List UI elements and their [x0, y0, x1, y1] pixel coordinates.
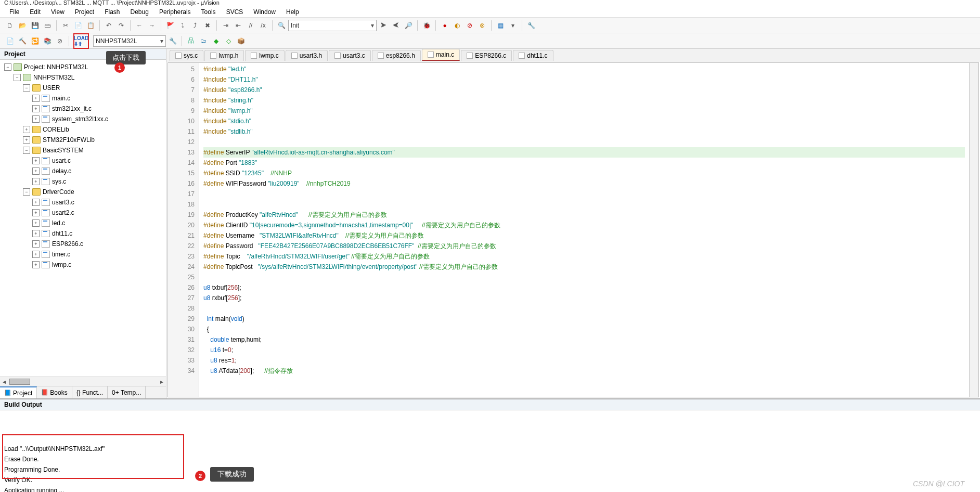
tab-usart3-c[interactable]: usart3.c — [329, 50, 371, 61]
breakpoint-kill-all-icon[interactable]: ⊗ — [476, 20, 488, 31]
tree-group-stm32f10xfwlib[interactable]: +STM32F10xFWLib — [0, 135, 166, 145]
tree-file-delay-c[interactable]: +delay.c — [0, 166, 166, 176]
save-all-icon[interactable]: 🗃 — [42, 20, 53, 31]
outdent-icon[interactable]: ⇤ — [233, 20, 244, 31]
tab-ESP8266-c[interactable]: ESP8266.c — [461, 50, 512, 61]
incremental-find-icon[interactable]: 🔎 — [403, 20, 414, 31]
annotation-tip-1: 点击下载 — [106, 51, 146, 64]
tab-lwmp-h[interactable]: lwmp.h — [204, 50, 244, 61]
tree-file-led-c[interactable]: +led.c — [0, 218, 166, 228]
code-editor[interactable]: 5678910111213141516171819202122232425262… — [167, 62, 979, 397]
bookmark-next-icon[interactable]: ⤵ — [177, 20, 188, 31]
window-icon[interactable]: ▦ — [495, 20, 506, 31]
menu-help[interactable]: Help — [281, 8, 304, 16]
find-icon[interactable]: 🔍 — [276, 20, 287, 31]
menu-flash[interactable]: Flash — [99, 8, 125, 16]
sidebar-tab-books[interactable]: 📕 Books — [37, 386, 72, 398]
comment-icon[interactable]: // — [245, 20, 256, 31]
menu-svcs[interactable]: SVCS — [221, 8, 249, 16]
tree-file-stm32l1xx_it-c[interactable]: +stm32l1xx_it.c — [0, 103, 166, 114]
menu-debug[interactable]: Debug — [125, 8, 154, 16]
menu-edit[interactable]: Edit — [24, 8, 46, 16]
tab-main-c[interactable]: main.c — [422, 49, 460, 61]
tree-file-lwmp-c[interactable]: +lwmp.c — [0, 260, 166, 270]
tree-group-user[interactable]: −USER — [0, 83, 166, 93]
editor-vscroll[interactable] — [969, 63, 978, 397]
find-combo[interactable]: Init▾ — [288, 20, 377, 31]
debug-icon[interactable]: 🐞 — [421, 20, 432, 31]
tree-file-usart-c[interactable]: +usart.c — [0, 156, 166, 166]
copy-icon[interactable]: 📄 — [72, 20, 84, 31]
bookmark-clear-icon[interactable]: ✖ — [202, 20, 213, 31]
scroll-thumb[interactable] — [9, 379, 30, 385]
tab-lwmp-c[interactable]: lwmp.c — [245, 50, 284, 61]
toolbox-icon[interactable]: ▾ — [507, 20, 519, 31]
scroll-right-icon[interactable]: ▸ — [158, 378, 166, 385]
sidebar-tab-functions[interactable]: {} Funct... — [72, 386, 108, 398]
translate-icon[interactable]: 📄 — [4, 35, 16, 47]
new-file-icon[interactable]: 🗋 — [4, 20, 16, 31]
redo-icon[interactable]: ↷ — [115, 20, 127, 31]
annotation-tip-2: 下载成功 — [210, 467, 254, 482]
menu-tools[interactable]: Tools — [196, 8, 221, 16]
tree-file-sys-c[interactable]: +sys.c — [0, 176, 166, 187]
tab-usart3-h[interactable]: usart3.h — [286, 50, 328, 61]
tree-file-usart2-c[interactable]: +usart2.c — [0, 208, 166, 218]
menu-window[interactable]: Window — [248, 8, 281, 16]
target-options-icon[interactable]: 🔧 — [167, 35, 178, 47]
configure-icon[interactable]: 🔧 — [525, 20, 537, 31]
tab-sys-c[interactable]: sys.c — [170, 50, 203, 61]
nav-back-icon[interactable]: ← — [134, 20, 145, 31]
project-tree[interactable]: −Project: NNHPSTM32L−NNHPSTM32L−USER+mai… — [0, 60, 166, 377]
select-packs-icon[interactable]: ◇ — [223, 35, 234, 47]
file-ext-icon[interactable]: 🗂 — [198, 35, 209, 47]
indent-icon[interactable]: ⇥ — [220, 20, 231, 31]
menu-file[interactable]: File — [4, 8, 24, 16]
find-next-icon[interactable]: ⮞ — [378, 20, 389, 31]
code-content[interactable]: #include "led.h"#include "DHT11.h"#inclu… — [199, 63, 969, 397]
manage-rte-icon[interactable]: ◆ — [210, 35, 222, 47]
tab-esp8266-h[interactable]: esp8266.h — [372, 50, 421, 61]
download-button[interactable]: LOAD⬇⬆ — [73, 33, 89, 49]
breakpoint-disable-icon[interactable]: ◐ — [452, 20, 463, 31]
tree-group-basicsystem[interactable]: −BasicSYSTEM — [0, 145, 166, 156]
build-output-body[interactable]: Load "..\\Output\\NNHPSTM32L.axf"Erase D… — [0, 410, 980, 478]
tree-group-corelib[interactable]: +CORELib — [0, 124, 166, 135]
cut-icon[interactable]: ✂ — [60, 20, 71, 31]
pack-installer-icon[interactable]: 📦 — [235, 35, 247, 47]
breakpoint-icon[interactable]: ● — [439, 20, 450, 31]
undo-icon[interactable]: ↶ — [103, 20, 114, 31]
paste-icon[interactable]: 📋 — [85, 20, 96, 31]
rebuild-icon[interactable]: 🔁 — [29, 35, 41, 47]
tree-file-system_stm32l1xx-c[interactable]: +system_stm32l1xx.c — [0, 114, 166, 124]
open-icon[interactable]: 📂 — [17, 20, 28, 31]
stop-build-icon[interactable]: ⊘ — [54, 35, 66, 47]
tree-target[interactable]: −NNHPSTM32L — [0, 72, 166, 83]
manage-project-icon[interactable]: 品 — [185, 35, 197, 47]
tree-file-usart3-c[interactable]: +usart3.c — [0, 197, 166, 208]
tree-file-ESP8266-c[interactable]: +ESP8266.c — [0, 239, 166, 249]
batch-build-icon[interactable]: 📚 — [42, 35, 53, 47]
target-select[interactable]: NNHPSTM32L▾ — [93, 35, 166, 47]
sidebar-hscroll[interactable]: ◂ ▸ — [0, 377, 166, 386]
breakpoint-kill-icon[interactable]: ⊘ — [464, 20, 475, 31]
tree-file-timer-c[interactable]: +timer.c — [0, 249, 166, 260]
build-icon[interactable]: 🔨 — [17, 35, 28, 47]
find-prev-icon[interactable]: ⮜ — [390, 20, 402, 31]
sidebar-tab-templates[interactable]: 0+ Temp... — [108, 386, 146, 398]
tab-dht11-c[interactable]: dht11.c — [513, 50, 553, 61]
uncomment-icon[interactable]: /x — [257, 20, 269, 31]
nav-fwd-icon[interactable]: → — [146, 20, 158, 31]
tree-file-main-c[interactable]: +main.c — [0, 93, 166, 103]
bookmark-icon[interactable]: 🚩 — [164, 20, 176, 31]
editor-area: sys.clwmp.hlwmp.cusart3.husart3.cesp8266… — [166, 49, 980, 398]
menu-peripherals[interactable]: Peripherals — [154, 8, 196, 16]
scroll-left-icon[interactable]: ◂ — [0, 378, 8, 385]
menu-view[interactable]: View — [46, 8, 70, 16]
tree-file-dht11-c[interactable]: +dht11.c — [0, 228, 166, 239]
menu-project[interactable]: Project — [70, 8, 99, 16]
tree-group-drivercode[interactable]: −DriverCode — [0, 187, 166, 197]
bookmark-prev-icon[interactable]: ⤴ — [189, 20, 201, 31]
sidebar-tab-project[interactable]: 📘 Project — [0, 386, 37, 398]
save-icon[interactable]: 💾 — [29, 20, 41, 31]
